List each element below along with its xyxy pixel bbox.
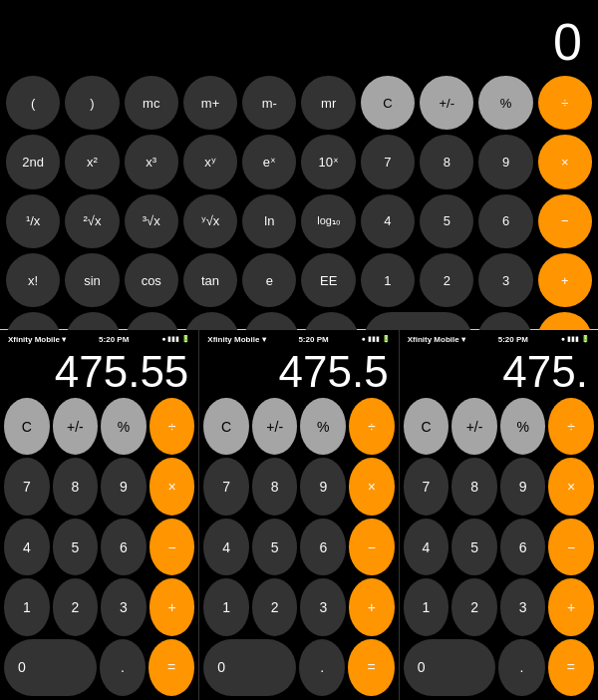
- mini-btn-pct-1[interactable]: %: [101, 398, 147, 455]
- btn-7[interactable]: 7: [361, 135, 415, 188]
- mini-btn-eq-3[interactable]: =: [548, 639, 594, 696]
- mini-btn-9-3[interactable]: 9: [500, 458, 546, 515]
- btn-plus[interactable]: +: [538, 253, 592, 307]
- mini-btn-8-2[interactable]: 8: [252, 458, 298, 515]
- btn-sqrt3[interactable]: ³√x: [125, 194, 178, 248]
- mini-btn-mul-1[interactable]: ×: [150, 458, 195, 515]
- btn-10x[interactable]: 10ˣ: [301, 135, 355, 188]
- mini-btn-4-1[interactable]: 4: [4, 519, 50, 575]
- mini-btn-7-1[interactable]: 7: [4, 458, 50, 515]
- btn-ln[interactable]: ln: [242, 194, 296, 248]
- mini-btn-5-3[interactable]: 5: [451, 519, 497, 575]
- mini-btn-pct-3[interactable]: %: [500, 398, 546, 455]
- btn-1x[interactable]: ¹/x: [6, 194, 60, 248]
- mini-btn-4-2[interactable]: 4: [203, 519, 249, 575]
- mini-btn-div-2[interactable]: ÷: [349, 398, 395, 455]
- btn-1[interactable]: 1: [361, 253, 415, 307]
- btn-plusminus[interactable]: +/-: [420, 76, 473, 130]
- mini-btn-pct-2[interactable]: %: [300, 398, 346, 455]
- btn-cos[interactable]: cos: [125, 253, 178, 307]
- mini-btn-div-3[interactable]: ÷: [548, 398, 594, 455]
- btn-x2[interactable]: x²: [65, 135, 119, 188]
- mini-btn-c-2[interactable]: C: [203, 398, 249, 455]
- btn-mminus[interactable]: m-: [242, 76, 296, 130]
- mini-btn-3-1[interactable]: 3: [101, 578, 147, 635]
- mini-btn-8-3[interactable]: 8: [451, 458, 497, 515]
- btn-percent[interactable]: %: [478, 76, 532, 130]
- mini-btn-div-1[interactable]: ÷: [150, 398, 195, 455]
- btn-sqrt2[interactable]: ²√x: [65, 194, 119, 248]
- mini-btn-4-3[interactable]: 4: [404, 519, 449, 575]
- mini-btn-add-3[interactable]: +: [548, 578, 594, 635]
- mini-btn-1-3[interactable]: 1: [404, 578, 449, 635]
- btn-minus[interactable]: −: [538, 194, 592, 248]
- btn-2[interactable]: 2: [420, 253, 473, 307]
- mini-btn-1-1[interactable]: 1: [4, 578, 50, 635]
- btn-xy[interactable]: xʸ: [183, 135, 237, 188]
- btn-mc[interactable]: mc: [125, 76, 178, 130]
- btn-ex[interactable]: eˣ: [242, 135, 296, 188]
- btn-9[interactable]: 9: [478, 135, 532, 188]
- mini-btn-c-1[interactable]: C: [4, 398, 50, 455]
- mini-btn-9-1[interactable]: 9: [101, 458, 147, 515]
- btn-e[interactable]: e: [242, 253, 296, 307]
- mini-btn-7-2[interactable]: 7: [203, 458, 249, 515]
- btn-open-paren[interactable]: (: [6, 76, 60, 130]
- mini-btn-add-2[interactable]: +: [349, 578, 395, 635]
- btn-factorial[interactable]: x!: [6, 253, 60, 307]
- btn-5[interactable]: 5: [420, 194, 473, 248]
- btn-close-paren[interactable]: ): [65, 76, 119, 130]
- mini-btn-sub-3[interactable]: −: [548, 519, 594, 575]
- mini-btn-0-2[interactable]: 0: [203, 639, 296, 696]
- mini-btn-6-3[interactable]: 6: [500, 519, 546, 575]
- btn-multiply[interactable]: ×: [538, 135, 592, 188]
- mini-btn-sub-1[interactable]: −: [150, 519, 195, 575]
- mini-btn-eq-1[interactable]: =: [149, 639, 194, 696]
- mini-btn-dot-3[interactable]: .: [498, 639, 544, 696]
- mini-btn-2-3[interactable]: 2: [451, 578, 497, 635]
- btn-divide[interactable]: ÷: [538, 76, 592, 130]
- mini-btn-pm-3[interactable]: +/-: [451, 398, 497, 455]
- mini-btn-mul-3[interactable]: ×: [548, 458, 594, 515]
- top-calculator: 0 ( ) mc m+ m- mr C +/- % ÷ 2nd x² x³ xʸ…: [0, 0, 598, 329]
- mini-btn-c-3[interactable]: C: [404, 398, 449, 455]
- mini-btn-eq-2[interactable]: =: [348, 639, 394, 696]
- mini-btn-8-1[interactable]: 8: [53, 458, 99, 515]
- btn-mplus[interactable]: m+: [183, 76, 237, 130]
- mini-btn-6-2[interactable]: 6: [300, 519, 346, 575]
- mini-btn-3-2[interactable]: 3: [300, 578, 346, 635]
- btn-8[interactable]: 8: [420, 135, 473, 188]
- mini-btn-7-3[interactable]: 7: [404, 458, 449, 515]
- mini-calc-1: Xfinity Mobile ▾ 5:20 PM ● ▮▮▮ 🔋 475.55 …: [0, 330, 199, 700]
- mini-btn-1-2[interactable]: 1: [203, 578, 249, 635]
- mini-btn-6-1[interactable]: 6: [101, 519, 147, 575]
- mini-btn-pm-1[interactable]: +/-: [53, 398, 99, 455]
- mini-row-2-1: C +/- % ÷: [203, 398, 394, 455]
- mini-btn-sub-2[interactable]: −: [349, 519, 395, 575]
- mini-btn-5-1[interactable]: 5: [53, 519, 99, 575]
- mini-btn-3-3[interactable]: 3: [500, 578, 546, 635]
- btn-2nd[interactable]: 2nd: [6, 135, 60, 188]
- mini-btn-5-2[interactable]: 5: [252, 519, 298, 575]
- mini-btn-9-2[interactable]: 9: [300, 458, 346, 515]
- btn-ee[interactable]: EE: [301, 253, 355, 307]
- mini-btn-mul-2[interactable]: ×: [349, 458, 395, 515]
- btn-4[interactable]: 4: [361, 194, 415, 248]
- mini-btn-pm-2[interactable]: +/-: [252, 398, 298, 455]
- mini-btn-2-1[interactable]: 2: [53, 578, 99, 635]
- btn-sin[interactable]: sin: [65, 253, 119, 307]
- mini-btn-2-2[interactable]: 2: [252, 578, 298, 635]
- mini-btn-dot-2[interactable]: .: [299, 639, 345, 696]
- mini-btn-0-3[interactable]: 0: [404, 639, 496, 696]
- btn-log10[interactable]: log₁₀: [301, 194, 355, 248]
- mini-btn-add-1[interactable]: +: [150, 578, 195, 635]
- btn-x3[interactable]: x³: [125, 135, 178, 188]
- btn-clear[interactable]: C: [361, 76, 415, 130]
- mini-btn-0-1[interactable]: 0: [4, 639, 97, 696]
- btn-tan[interactable]: tan: [183, 253, 237, 307]
- mini-btn-dot-1[interactable]: .: [100, 639, 146, 696]
- btn-3[interactable]: 3: [478, 253, 532, 307]
- btn-6[interactable]: 6: [478, 194, 532, 248]
- btn-sqrty[interactable]: ʸ√x: [183, 194, 237, 248]
- btn-mr[interactable]: mr: [301, 76, 355, 130]
